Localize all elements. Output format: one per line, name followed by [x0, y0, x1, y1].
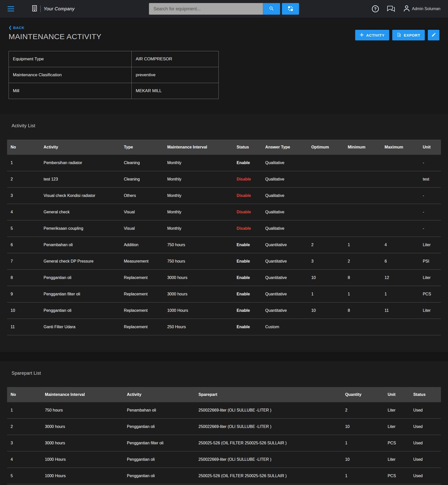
export-button[interactable]: EXPORT [392, 30, 425, 40]
cell-interval: Monthly [164, 220, 233, 237]
cell-activity: Pemeriksaan coupling [40, 220, 120, 237]
grid-scan-button[interactable] [282, 3, 299, 15]
cell-status: Disable [233, 188, 262, 204]
column-header: Unit [419, 140, 441, 155]
cell-status: Enable [233, 253, 262, 270]
hamburger-menu-icon[interactable] [8, 6, 14, 12]
cell-activity: General check DP Pressure [40, 253, 120, 270]
cell-unit: - [419, 188, 441, 204]
table-row: 10Penggantian oliReplacement1000 HoursEn… [7, 302, 441, 319]
cell-minimum: 1 [344, 237, 381, 253]
building-icon [32, 5, 37, 13]
cell-unit: Liter [384, 419, 410, 435]
equipment-info: Equipment Type AIR COMPRESOR Maintenance… [0, 41, 448, 114]
cell-answer_type: Qualitative [262, 155, 308, 171]
cell-interval: 1000 Hours [164, 302, 233, 319]
cell-status: Used [410, 451, 441, 468]
add-activity-button[interactable]: ACTIVITY [355, 30, 389, 40]
cell-optimum [308, 204, 344, 220]
search-input[interactable] [149, 3, 263, 15]
user-menu[interactable]: Admin Soluman [403, 5, 440, 13]
top-navbar: Your Company ? Admin Soluman [0, 0, 448, 18]
help-icon[interactable]: ? [372, 5, 379, 13]
cell-optimum [308, 171, 344, 188]
cell-maximum [381, 188, 419, 204]
info-label: Mill [9, 83, 132, 99]
cell-type: Addition [120, 237, 164, 253]
cell-maximum [381, 171, 419, 188]
cell-unit: PCS [419, 286, 441, 302]
cell-maximum [381, 204, 419, 220]
info-value: preventive [132, 67, 219, 83]
equipment-search [149, 3, 299, 15]
chat-icon[interactable] [387, 5, 395, 12]
cell-status: Enable [233, 270, 262, 286]
cell-activity: Penambahan oli [40, 237, 120, 253]
cell-type: Cleaning [120, 171, 164, 188]
cell-minimum: 8 [344, 270, 381, 286]
column-header: Sparepart [195, 387, 342, 402]
sparepart-table-head: NoMaintenance IntervalActivitySparepartQ… [7, 387, 441, 402]
cell-sparepart: 250025-526 (OIL FILTER 250025-526 SULLAI… [195, 468, 342, 484]
table-row: 3Visual check Kondisi radiatorOthersMont… [7, 188, 441, 204]
cell-unit: PCS [384, 468, 410, 484]
cell-no: 9 [7, 286, 40, 302]
page-header: ❮BACK MAINTENANCE ACTIVITY ACTIVITY EXPO… [0, 18, 448, 41]
cell-optimum [308, 220, 344, 237]
cell-status: Disable [233, 204, 262, 220]
cell-type: Measurement [120, 253, 164, 270]
cell-type: Visual [120, 204, 164, 220]
info-row: Equipment Type AIR COMPRESOR [9, 51, 219, 67]
cell-activity: Pembersihan radiator [40, 155, 120, 171]
cell-no: 1 [7, 402, 41, 419]
cell-quantity: 10 [342, 419, 384, 435]
cell-optimum: 2 [308, 237, 344, 253]
cell-type: Visual [120, 220, 164, 237]
cell-maximum: 11 [381, 302, 419, 319]
svg-text:?: ? [374, 7, 377, 11]
cell-answer_type: Qualitative [262, 220, 308, 237]
cell-answer_type: Qualitative [262, 171, 308, 188]
search-button[interactable] [263, 3, 280, 15]
cell-type: Others [120, 188, 164, 204]
cell-sparepart: 250025-526 (OIL FILTER 250025-526 SULLAI… [195, 435, 342, 451]
table-row: 51000 HoursPenggantian oli250025-526 (OI… [7, 468, 441, 484]
cell-quantity: 1 [342, 435, 384, 451]
back-link[interactable]: ❮BACK [9, 25, 24, 30]
cell-interval: Monthly [164, 204, 233, 220]
cell-unit [419, 319, 441, 335]
cell-unit: Liter [419, 270, 441, 286]
info-label: Equipment Type [9, 51, 132, 67]
column-header: No [7, 140, 40, 155]
equipment-info-table: Equipment Type AIR COMPRESOR Maintenance… [9, 51, 219, 99]
cell-maximum [381, 220, 419, 237]
activity-table-head: NoActivityTypeMaintenance IntervalStatus… [7, 140, 441, 155]
cell-interval: 1000 Hours [41, 451, 123, 468]
cell-status: Enable [233, 237, 262, 253]
cell-no: 5 [7, 220, 40, 237]
cell-type: Replacement [120, 270, 164, 286]
cell-status: Used [410, 402, 441, 419]
cell-type: Replacement [120, 302, 164, 319]
activity-list-title: Activity List [7, 123, 441, 140]
column-header: Type [120, 140, 164, 155]
column-header: Quantity [342, 387, 384, 402]
cell-quantity: 10 [342, 451, 384, 468]
cell-status: Enable [233, 319, 262, 335]
plus-icon [360, 33, 364, 38]
column-header: Status [410, 387, 441, 402]
column-header: Status [233, 140, 262, 155]
cell-status: Enable [233, 155, 262, 171]
cell-interval: Monthly [164, 155, 233, 171]
cell-activity: Visual check Kondisi radiator [40, 188, 120, 204]
cell-type: Replacement [120, 286, 164, 302]
cell-activity: Penggantian oli [123, 451, 195, 468]
cell-quantity: 2 [342, 402, 384, 419]
brand-divider [40, 6, 41, 12]
cell-minimum [344, 188, 381, 204]
cell-interval: Monthly [164, 188, 233, 204]
cell-no: 1 [7, 155, 40, 171]
cell-activity: Penggantian filter oli [123, 435, 195, 451]
cell-optimum: 1 [308, 286, 344, 302]
edit-button[interactable] [428, 30, 439, 40]
